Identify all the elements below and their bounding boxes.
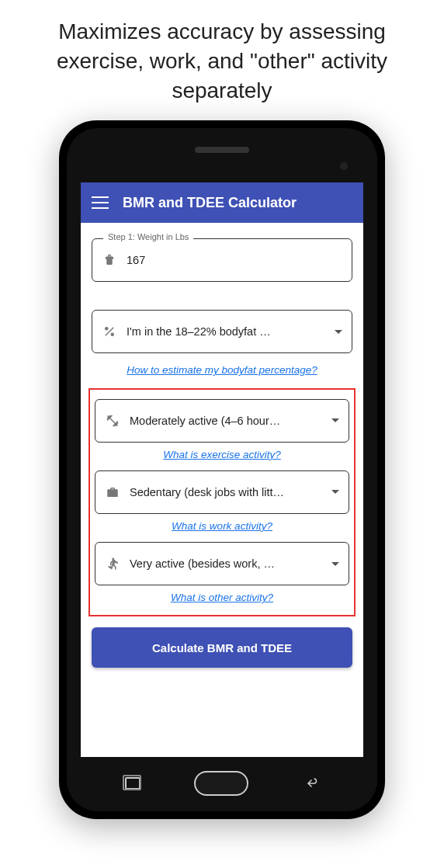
marketing-headline: Maximizes accuracy by assessing exercise… bbox=[0, 0, 444, 120]
other-value: Very active (besides work, … bbox=[130, 557, 322, 570]
phone-mockup: BMR and TDEE Calculator Step 1: Weight i… bbox=[59, 120, 385, 819]
percent-icon bbox=[102, 324, 117, 339]
chevron-down-icon bbox=[331, 418, 339, 422]
exercise-value: Moderately active (4–6 hour… bbox=[130, 415, 322, 427]
work-value: Sedentary (desk jobs with litt… bbox=[130, 486, 322, 498]
app-screen: BMR and TDEE Calculator Step 1: Weight i… bbox=[81, 182, 363, 757]
app-bar: BMR and TDEE Calculator bbox=[81, 182, 363, 223]
bodyfat-help-link[interactable]: How to estimate my bodyfat percentage? bbox=[88, 363, 356, 378]
calculate-button[interactable]: Calculate BMR and TDEE bbox=[92, 627, 352, 668]
work-help-link[interactable]: What is work activity? bbox=[92, 519, 352, 534]
svg-point-1 bbox=[111, 333, 115, 337]
android-nav-bar bbox=[67, 766, 377, 800]
app-title: BMR and TDEE Calculator bbox=[123, 195, 297, 211]
highlight-box: Moderately active (4–6 hour… What is exe… bbox=[88, 388, 356, 617]
chevron-down-icon bbox=[331, 490, 339, 494]
exercise-select[interactable]: Moderately active (4–6 hour… bbox=[95, 399, 349, 443]
phone-speaker bbox=[195, 147, 249, 153]
weight-input[interactable]: Step 1: Weight in Lbs 167 bbox=[92, 238, 352, 282]
walker-icon bbox=[105, 556, 120, 571]
nav-home-icon[interactable] bbox=[194, 771, 248, 796]
menu-icon[interactable] bbox=[92, 196, 109, 209]
weight-value: 167 bbox=[127, 254, 342, 266]
form-content: Step 1: Weight in Lbs 167 I'm in the 18–… bbox=[81, 223, 363, 757]
bodyfat-select[interactable]: I'm in the 18–22% bodyfat … bbox=[92, 310, 352, 353]
exercise-help-link[interactable]: What is exercise activity? bbox=[92, 447, 352, 463]
other-help-link[interactable]: What is other activity? bbox=[92, 590, 352, 606]
nav-recent-icon[interactable] bbox=[125, 777, 140, 790]
weight-label: Step 1: Weight in Lbs bbox=[103, 232, 193, 241]
briefcase-icon bbox=[105, 484, 120, 500]
dumbbell-icon bbox=[105, 413, 120, 429]
chevron-down-icon bbox=[331, 562, 339, 566]
chevron-down-icon bbox=[335, 330, 342, 334]
bodyfat-value: I'm in the 18–22% bodyfat … bbox=[127, 325, 325, 338]
weight-icon bbox=[102, 252, 117, 268]
phone-camera bbox=[340, 162, 348, 170]
work-select[interactable]: Sedentary (desk jobs with litt… bbox=[95, 470, 349, 514]
other-select[interactable]: Very active (besides work, … bbox=[95, 542, 349, 585]
svg-point-0 bbox=[105, 327, 109, 331]
nav-back-icon[interactable] bbox=[302, 776, 319, 790]
